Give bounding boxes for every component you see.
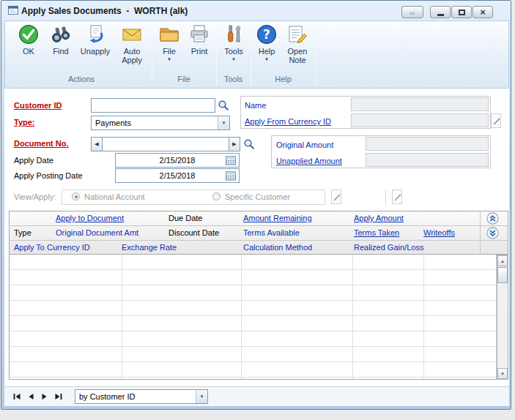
find-button[interactable]: Find [45,23,76,76]
open-note-icon [286,23,308,45]
expand-rows-button[interactable] [486,212,499,225]
toolbar-group-tools: Tools [217,75,250,85]
expansion-icon [394,193,401,201]
chevron-down-icon: ▼ [200,394,204,399]
print-button[interactable]: Print [184,23,215,76]
toolbar-group-actions: Actions [12,75,151,85]
calendar-icon [226,170,236,181]
chevron-left-icon: ◀ [95,141,98,147]
minimize-button[interactable] [430,6,451,18]
customer-id-lookup-button[interactable] [218,100,229,111]
apply-posting-date-calendar-button[interactable] [226,170,236,181]
chevron-up-icon: ▲ [500,259,505,263]
specific-customer-radio[interactable] [212,192,221,200]
customer-id-input[interactable] [91,98,215,113]
unapply-icon [84,23,106,45]
collapse-rows-button[interactable] [486,227,499,239]
close-icon: × [480,7,486,17]
first-record-button[interactable] [10,390,23,402]
double-chevron-down-icon [486,227,499,239]
apply-sales-documents-window: Apply Sales Documents - WORTH (alk) ⇔ × … [1,0,511,410]
grid-header-rule [9,240,508,241]
type-dropdown-arrow[interactable]: ▼ [218,116,229,130]
chevron-down-icon: ▼ [500,372,505,376]
scrollbar-thumb[interactable] [497,267,508,283]
grid-scrollbar[interactable]: ▲ ▼ [497,255,508,380]
tools-icon [223,23,245,45]
window-title: Apply Sales Documents - WORTH (alk) [21,6,188,16]
maximize-icon [459,10,465,15]
auto-apply-button[interactable]: Auto Apply [114,23,149,76]
col-terms-available: Terms Available [243,228,300,237]
tools-menu-label: Tools [224,47,243,56]
double-chevron-up-icon [486,212,499,225]
type-value: Payments [95,119,131,127]
name-value [351,97,489,111]
help-menu-button[interactable]: ? Help ▼ [253,23,281,76]
col-calculation-method: Calculation Method [243,243,312,252]
grid-body[interactable] [9,255,497,380]
original-amount-label: Original Amount [276,140,333,149]
grid-column-rule [352,255,353,379]
scroll-up-button[interactable]: ▲ [497,255,508,266]
national-account-radio[interactable] [72,192,80,200]
apply-from-currency-label[interactable]: Apply From Currency ID [245,117,331,126]
unapplied-amount-label[interactable]: Unapplied Amount [276,157,342,165]
customer-id-label[interactable]: Customer ID [14,101,62,110]
col-writeoffs[interactable]: Writeoffs [423,228,455,237]
sort-by-dropdown[interactable]: by Customer ID ▼ [75,389,208,404]
col-apply-to-document[interactable]: Apply to Document [56,214,124,222]
divider [385,190,386,204]
document-next-button[interactable]: ▶ [229,137,240,151]
apply-date-calendar-button[interactable] [226,155,236,165]
document-no-label[interactable]: Document No. [14,139,69,148]
last-record-button[interactable] [52,390,65,402]
scroll-down-button[interactable]: ▼ [497,368,508,379]
col-amount-remaining[interactable]: Amount Remaining [243,214,312,222]
help-menu-label: Help [259,47,275,56]
previous-record-icon [26,393,35,400]
calendar-icon [226,155,236,165]
range-expansion-button[interactable] [392,190,402,204]
apply-from-currency-value [351,113,489,127]
next-record-button[interactable] [38,390,51,402]
print-icon [188,23,210,45]
view-apply-expansion-button[interactable] [331,190,341,204]
document-no-lookup-button[interactable] [243,138,255,150]
window-icon [8,5,18,15]
file-menu-button[interactable]: File ▼ [155,23,184,76]
unapply-button[interactable]: Unapply [76,23,114,76]
previous-record-button[interactable] [24,390,37,402]
close-button[interactable]: × [473,6,493,18]
apply-posting-date-label: Apply Posting Date [14,171,83,180]
sort-by-dropdown-arrow[interactable]: ▼ [196,390,207,403]
specific-customer-label: Specific Customer [225,192,290,201]
grid-column-rule [423,255,424,379]
col-apply-to-currency-id: Apply To Currency ID [14,243,90,252]
tools-menu-button[interactable]: Tools ▼ [218,23,249,76]
unapplied-amount-value [366,153,489,167]
minimize-icon [437,14,444,16]
dock-button[interactable]: ⇔ [401,6,423,18]
open-note-button[interactable]: Open Note [281,23,314,76]
name-label: Name [245,101,266,110]
col-apply-amount[interactable]: Apply Amount [354,214,404,222]
auto-apply-icon [121,23,143,45]
currency-expansion-button[interactable] [491,113,501,128]
grid-header-rule [9,225,508,226]
grid-header-rule [480,211,481,255]
maximize-button[interactable] [451,6,472,18]
chevron-right-icon: ▶ [232,141,236,147]
type-dropdown[interactable]: Payments ▼ [91,116,230,130]
document-prev-button[interactable]: ◀ [91,137,103,151]
document-no-input[interactable] [102,137,229,151]
apply-date-input[interactable] [115,153,240,168]
col-realized-gain-loss: Realized Gain/Loss [354,243,423,252]
magnifier-icon [218,100,229,111]
ok-button[interactable]: OK [12,23,45,76]
help-icon: ? [256,23,278,45]
chevron-down-icon: ▼ [231,57,236,61]
col-terms-taken[interactable]: Terms Taken [354,228,399,237]
apply-posting-date-input[interactable] [115,168,240,183]
apply-date-label: Apply Date [14,156,53,165]
